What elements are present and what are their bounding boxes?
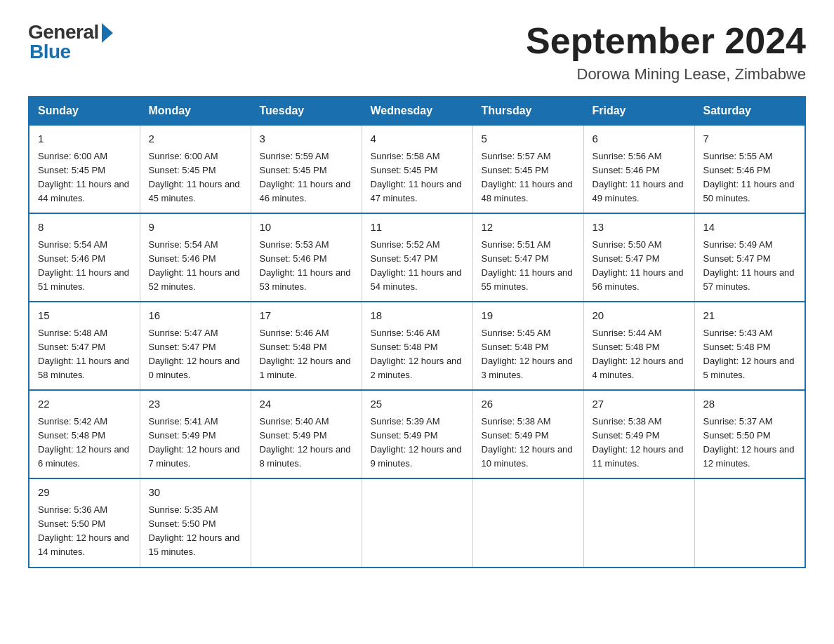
day-number: 9 <box>149 220 244 236</box>
calendar-cell: 21Sunrise: 5:43 AMSunset: 5:48 PMDayligh… <box>694 302 805 390</box>
day-number: 30 <box>149 485 244 501</box>
day-number: 11 <box>371 220 465 236</box>
calendar-cell: 10Sunrise: 5:53 AMSunset: 5:46 PMDayligh… <box>251 213 362 302</box>
column-header-wednesday: Wednesday <box>362 97 472 125</box>
day-number: 26 <box>482 396 576 412</box>
column-header-friday: Friday <box>583 97 694 125</box>
calendar-subtitle: Dorowa Mining Lease, Zimbabwe <box>526 65 806 83</box>
calendar-cell: 6Sunrise: 5:56 AMSunset: 5:46 PMDaylight… <box>583 125 694 213</box>
calendar-week-row: 29Sunrise: 5:36 AMSunset: 5:50 PMDayligh… <box>29 478 805 567</box>
day-number: 7 <box>703 131 798 147</box>
calendar-cell: 30Sunrise: 5:35 AMSunset: 5:50 PMDayligh… <box>140 478 251 567</box>
calendar-cell: 22Sunrise: 5:42 AMSunset: 5:48 PMDayligh… <box>29 390 140 478</box>
day-info: Sunrise: 5:37 AMSunset: 5:50 PMDaylight:… <box>703 416 795 469</box>
day-info: Sunrise: 5:36 AMSunset: 5:50 PMDaylight:… <box>38 504 129 557</box>
calendar-cell: 27Sunrise: 5:38 AMSunset: 5:49 PMDayligh… <box>583 390 694 478</box>
day-number: 19 <box>482 308 576 324</box>
day-number: 8 <box>38 220 133 236</box>
calendar-cell: 29Sunrise: 5:36 AMSunset: 5:50 PMDayligh… <box>29 478 140 567</box>
column-header-thursday: Thursday <box>472 97 583 125</box>
calendar-cell: 26Sunrise: 5:38 AMSunset: 5:49 PMDayligh… <box>472 390 583 478</box>
calendar-cell <box>251 478 362 567</box>
day-number: 1 <box>38 131 133 147</box>
day-info: Sunrise: 6:00 AMSunset: 5:45 PMDaylight:… <box>149 151 240 203</box>
day-number: 15 <box>38 308 133 324</box>
day-info: Sunrise: 6:00 AMSunset: 5:45 PMDaylight:… <box>38 151 129 203</box>
day-number: 17 <box>260 308 355 324</box>
logo-blue-text: Blue <box>28 41 71 63</box>
calendar-week-row: 22Sunrise: 5:42 AMSunset: 5:48 PMDayligh… <box>29 390 805 478</box>
day-info: Sunrise: 5:53 AMSunset: 5:46 PMDaylight:… <box>260 239 351 292</box>
day-number: 28 <box>703 396 798 412</box>
calendar-title: September 2024 <box>526 21 806 61</box>
day-number: 22 <box>38 396 133 412</box>
day-number: 3 <box>260 131 355 147</box>
day-info: Sunrise: 5:38 AMSunset: 5:49 PMDaylight:… <box>593 416 684 469</box>
calendar-week-row: 15Sunrise: 5:48 AMSunset: 5:47 PMDayligh… <box>29 302 805 390</box>
day-info: Sunrise: 5:50 AMSunset: 5:47 PMDaylight:… <box>593 239 684 292</box>
calendar-cell: 24Sunrise: 5:40 AMSunset: 5:49 PMDayligh… <box>251 390 362 478</box>
day-number: 12 <box>482 220 576 236</box>
day-info: Sunrise: 5:58 AMSunset: 5:45 PMDaylight:… <box>371 151 462 203</box>
day-info: Sunrise: 5:45 AMSunset: 5:48 PMDaylight:… <box>482 328 573 380</box>
calendar-cell: 11Sunrise: 5:52 AMSunset: 5:47 PMDayligh… <box>362 213 472 302</box>
day-info: Sunrise: 5:55 AMSunset: 5:46 PMDaylight:… <box>703 151 795 203</box>
calendar-cell: 8Sunrise: 5:54 AMSunset: 5:46 PMDaylight… <box>29 213 140 302</box>
day-info: Sunrise: 5:44 AMSunset: 5:48 PMDaylight:… <box>593 328 684 380</box>
day-number: 20 <box>593 308 687 324</box>
day-info: Sunrise: 5:41 AMSunset: 5:49 PMDaylight:… <box>149 416 240 469</box>
day-number: 4 <box>371 131 465 147</box>
calendar-cell <box>583 478 694 567</box>
calendar-table: SundayMondayTuesdayWednesdayThursdayFrid… <box>28 96 806 568</box>
calendar-cell: 28Sunrise: 5:37 AMSunset: 5:50 PMDayligh… <box>694 390 805 478</box>
calendar-cell: 13Sunrise: 5:50 AMSunset: 5:47 PMDayligh… <box>583 213 694 302</box>
day-number: 24 <box>260 396 355 412</box>
day-number: 16 <box>149 308 244 324</box>
day-info: Sunrise: 5:46 AMSunset: 5:48 PMDaylight:… <box>260 328 351 380</box>
day-number: 5 <box>482 131 576 147</box>
day-info: Sunrise: 5:48 AMSunset: 5:47 PMDaylight:… <box>38 328 129 380</box>
day-number: 25 <box>371 396 465 412</box>
calendar-cell <box>694 478 805 567</box>
calendar-cell: 5Sunrise: 5:57 AMSunset: 5:45 PMDaylight… <box>472 125 583 213</box>
day-info: Sunrise: 5:40 AMSunset: 5:49 PMDaylight:… <box>260 416 351 469</box>
calendar-cell: 12Sunrise: 5:51 AMSunset: 5:47 PMDayligh… <box>472 213 583 302</box>
day-info: Sunrise: 5:54 AMSunset: 5:46 PMDaylight:… <box>38 239 129 292</box>
day-info: Sunrise: 5:54 AMSunset: 5:46 PMDaylight:… <box>149 239 240 292</box>
calendar-cell: 9Sunrise: 5:54 AMSunset: 5:46 PMDaylight… <box>140 213 251 302</box>
day-number: 27 <box>593 396 687 412</box>
calendar-header-row: SundayMondayTuesdayWednesdayThursdayFrid… <box>29 97 805 125</box>
calendar-cell: 4Sunrise: 5:58 AMSunset: 5:45 PMDaylight… <box>362 125 472 213</box>
day-info: Sunrise: 5:39 AMSunset: 5:49 PMDaylight:… <box>371 416 462 469</box>
day-number: 18 <box>371 308 465 324</box>
calendar-cell: 14Sunrise: 5:49 AMSunset: 5:47 PMDayligh… <box>694 213 805 302</box>
calendar-cell: 15Sunrise: 5:48 AMSunset: 5:47 PMDayligh… <box>29 302 140 390</box>
day-number: 29 <box>38 485 133 501</box>
day-number: 13 <box>593 220 687 236</box>
calendar-cell: 18Sunrise: 5:46 AMSunset: 5:48 PMDayligh… <box>362 302 472 390</box>
page-header: General Blue September 2024 Dorowa Minin… <box>28 21 806 83</box>
calendar-week-row: 1Sunrise: 6:00 AMSunset: 5:45 PMDaylight… <box>29 125 805 213</box>
calendar-cell: 16Sunrise: 5:47 AMSunset: 5:47 PMDayligh… <box>140 302 251 390</box>
day-info: Sunrise: 5:42 AMSunset: 5:48 PMDaylight:… <box>38 416 129 469</box>
calendar-cell: 19Sunrise: 5:45 AMSunset: 5:48 PMDayligh… <box>472 302 583 390</box>
calendar-cell: 20Sunrise: 5:44 AMSunset: 5:48 PMDayligh… <box>583 302 694 390</box>
day-number: 2 <box>149 131 244 147</box>
day-info: Sunrise: 5:51 AMSunset: 5:47 PMDaylight:… <box>482 239 573 292</box>
day-number: 14 <box>703 220 798 236</box>
day-info: Sunrise: 5:59 AMSunset: 5:45 PMDaylight:… <box>260 151 351 203</box>
column-header-saturday: Saturday <box>694 97 805 125</box>
day-number: 6 <box>593 131 687 147</box>
calendar-cell: 1Sunrise: 6:00 AMSunset: 5:45 PMDaylight… <box>29 125 140 213</box>
day-number: 23 <box>149 396 244 412</box>
day-number: 10 <box>260 220 355 236</box>
column-header-sunday: Sunday <box>29 97 140 125</box>
day-info: Sunrise: 5:56 AMSunset: 5:46 PMDaylight:… <box>593 151 684 203</box>
calendar-cell: 3Sunrise: 5:59 AMSunset: 5:45 PMDaylight… <box>251 125 362 213</box>
calendar-cell <box>362 478 472 567</box>
day-info: Sunrise: 5:47 AMSunset: 5:47 PMDaylight:… <box>149 328 240 380</box>
day-info: Sunrise: 5:52 AMSunset: 5:47 PMDaylight:… <box>371 239 462 292</box>
calendar-cell: 25Sunrise: 5:39 AMSunset: 5:49 PMDayligh… <box>362 390 472 478</box>
calendar-cell: 23Sunrise: 5:41 AMSunset: 5:49 PMDayligh… <box>140 390 251 478</box>
calendar-cell: 17Sunrise: 5:46 AMSunset: 5:48 PMDayligh… <box>251 302 362 390</box>
